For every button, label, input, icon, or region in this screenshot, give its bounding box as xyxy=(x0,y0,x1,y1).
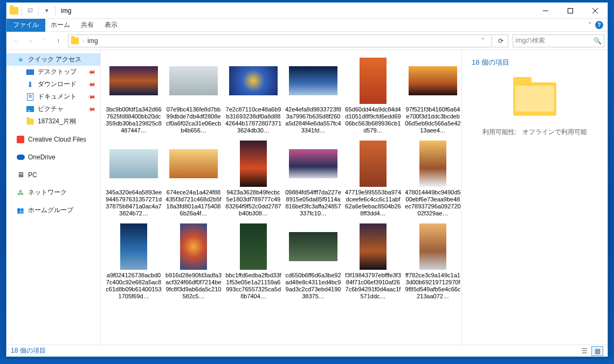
window-chrome xyxy=(533,3,608,19)
properties-icon[interactable]: ☑ xyxy=(25,6,35,16)
file-item[interactable]: bbc1ffd6edba2fbd33f1f53e05e1a21159a6993c… xyxy=(224,221,283,300)
picture-icon xyxy=(26,105,35,114)
maximize-button[interactable] xyxy=(558,3,583,19)
nav-creative-cloud[interactable]: Creative Cloud Files xyxy=(6,133,100,145)
view-thumbnails-button[interactable]: ▦ xyxy=(591,346,603,356)
nav-onedrive[interactable]: OneDrive xyxy=(6,151,100,163)
share-tab[interactable]: 共有 xyxy=(75,20,99,30)
status-bar: 18 個の項目 ☰ ▦ xyxy=(6,345,608,356)
search-placeholder: imgの検索 xyxy=(515,36,545,45)
view-tab[interactable]: 表示 xyxy=(99,20,123,30)
file-item[interactable]: 09884fd54fff7da227e8915e05da85f9114a816b… xyxy=(284,138,343,217)
thumbnail xyxy=(224,138,283,189)
thumbnail xyxy=(164,55,223,106)
nav-documents[interactable]: ドキュメント📌 xyxy=(6,90,100,103)
file-item[interactable]: a9f024126738acbd07c400c92e682a5ac8c61d8b… xyxy=(104,221,163,300)
file-name: 47719e995553ba974dceefe6c4cc6c11abf62a6e… xyxy=(345,189,401,217)
thumbnail xyxy=(343,221,403,272)
file-item[interactable]: 07e9bc4136fe8d7bb99dbde7db4df2808ecf0a6f… xyxy=(164,55,223,134)
search-input[interactable]: imgの検索 🔍 xyxy=(513,34,604,47)
address-dropdown-icon[interactable]: ˅ xyxy=(477,34,489,47)
search-icon[interactable]: 🔍 xyxy=(594,37,602,45)
folder-preview-icon xyxy=(513,82,556,116)
nav-custom-folder[interactable]: 187324_片桐 xyxy=(6,115,100,128)
file-item[interactable]: 345a320e64a5893ee9445797631357271d37875b… xyxy=(104,138,163,217)
file-item[interactable]: cd650b6ff6d6a3be92ad48e8c4311ed4bc99ad3c… xyxy=(284,221,343,300)
thumbnail xyxy=(164,221,223,272)
ribbon-collapse-icon[interactable]: ˅ xyxy=(588,21,592,29)
desktop-icon xyxy=(26,68,35,76)
pc-icon xyxy=(16,171,25,179)
file-name: cd650b6ff6d6a3be92ad48e8c4311ed4bc99ad3c… xyxy=(285,272,341,300)
thumbnail xyxy=(403,221,461,272)
pin-icon: 📌 xyxy=(87,92,96,101)
nav-forward-button[interactable]: → xyxy=(24,34,37,47)
nav-downloads[interactable]: ⬇ダウンロード📌 xyxy=(6,78,100,90)
nav-homegroup[interactable]: 👥ホームグループ xyxy=(6,204,100,216)
file-name: 97f521f3b4160f6a64e700f3d1ddc3bcdeb06d5e… xyxy=(405,106,461,134)
star-icon: ★ xyxy=(16,55,25,64)
file-name: 65d60dd44a9dc84d4d1051d8f9cfd6edd6906bc5… xyxy=(345,106,401,134)
file-item[interactable]: 478014449bc9490d500ebf6e73eaa9be48ec7893… xyxy=(403,138,461,217)
chevron-right-icon[interactable]: › xyxy=(82,38,84,44)
address-bar-row: ← → ˅ ↑ › img ˅ ⟳ imgの検索 🔍 xyxy=(6,32,608,50)
file-name: 07e9bc4136fe8d7bb99dbde7db4df2808ecf0a6f… xyxy=(165,106,222,134)
network-icon: 🖧 xyxy=(16,188,25,197)
thumbnail xyxy=(343,138,403,189)
items-view[interactable]: 3bc9b00fdf1a342d667625fd88400bb20dc359db… xyxy=(101,50,461,345)
onedrive-icon xyxy=(16,153,25,162)
nav-back-button[interactable]: ← xyxy=(10,34,23,47)
file-item[interactable]: 47719e995553ba974dceefe6c4cc6c11abf62a6e… xyxy=(343,138,403,217)
thumbnail xyxy=(164,138,223,189)
home-tab[interactable]: ホーム xyxy=(45,20,75,30)
thumbnail xyxy=(284,55,343,106)
nav-pictures[interactable]: ピクチャ📌 xyxy=(6,103,100,115)
view-details-button[interactable]: ☰ xyxy=(578,346,590,356)
minimize-button[interactable] xyxy=(533,3,558,19)
file-name: 7e2c87110ce48a6b9b31693238df0a8d8842644b… xyxy=(225,106,281,134)
file-item[interactable]: 7e2c87110ce48a6b9b31693238df0a8d8842644b… xyxy=(224,55,283,134)
file-item[interactable]: 42e4efa8d9833723f83a79967b635d8f260a5d28… xyxy=(284,55,343,134)
file-name: 42e4efa8d9833723f83a79967b635d8f260a5d28… xyxy=(285,106,341,134)
file-item[interactable]: 3bc9b00fdf1a342d667625fd88400bb20dc359db… xyxy=(104,55,163,134)
folder-icon xyxy=(71,37,79,44)
creative-cloud-icon xyxy=(16,135,25,144)
address-bar[interactable]: › img ˅ xyxy=(68,34,492,47)
file-item[interactable]: 97f521f3b4160f6a64e700f3d1ddc3bcdeb06d5e… xyxy=(403,55,461,134)
thumbnail xyxy=(104,138,163,189)
nav-desktop[interactable]: デスクトップ📌 xyxy=(6,66,100,78)
document-icon xyxy=(26,93,35,101)
nav-pc[interactable]: PC xyxy=(6,169,100,181)
close-button[interactable] xyxy=(583,3,608,19)
file-name: 674ece24a1a424f88435f3d721c468d2b5f18a3f… xyxy=(165,189,222,217)
breadcrumb-img[interactable]: img xyxy=(87,37,98,45)
nav-up-button[interactable]: ↑ xyxy=(52,34,65,47)
refresh-button[interactable]: ⟳ xyxy=(493,34,508,47)
taskbar-hint xyxy=(0,359,614,364)
help-icon[interactable]: ? xyxy=(595,21,603,29)
thumbnail xyxy=(224,221,283,272)
file-name: 3bc9b00fdf1a342d667625fd88400bb20dc359db… xyxy=(106,106,162,134)
file-item[interactable]: 674ece24a1a424f88435f3d721c468d2b5f18a3f… xyxy=(164,138,223,217)
thumbnail xyxy=(284,138,343,189)
title-bar: ☑ ▾ img xyxy=(6,3,608,19)
svg-rect-1 xyxy=(568,8,573,13)
details-pane: 18 個の項目 利用可能性: オフラインで利用可能 xyxy=(461,50,608,345)
qat-dropdown-icon[interactable]: ▾ xyxy=(42,6,52,16)
navigation-pane: ★クイック アクセス デスクトップ📌 ⬇ダウンロード📌 ドキュメント📌 ピクチャ… xyxy=(6,50,101,345)
nav-network[interactable]: 🖧ネットワーク xyxy=(6,186,100,199)
download-icon: ⬇ xyxy=(26,80,35,89)
file-item[interactable]: b916d28e90fd3adfa3acf324f66df0f7214be9fc… xyxy=(164,221,223,300)
availability-value: オフラインで利用可能 xyxy=(522,128,587,136)
thumbnail xyxy=(343,55,403,106)
file-item[interactable]: f3f19843797ebfffe3f384f71c06ef3910af267c… xyxy=(343,221,403,300)
file-name: 09884fd54fff7da227e8915e05da85f9114a816b… xyxy=(285,189,341,217)
nav-quick-access[interactable]: ★クイック アクセス xyxy=(6,53,100,66)
file-tab[interactable]: ファイル xyxy=(6,19,45,32)
recent-locations-button[interactable]: ˅ xyxy=(38,34,51,47)
pin-icon: 📌 xyxy=(87,67,96,76)
file-item[interactable]: 65d60dd44a9dc84d4d1051d8f9cfd6edd6906bc5… xyxy=(343,55,403,134)
file-item[interactable]: ff782ce3c9a149c1a13d00b69219712970f9f85d… xyxy=(403,221,461,300)
file-item[interactable]: 9423a3628b49fecbc5e1803df789777c4983264f… xyxy=(224,138,283,217)
content-pane: 3bc9b00fdf1a342d667625fd88400bb20dc359db… xyxy=(101,50,608,345)
